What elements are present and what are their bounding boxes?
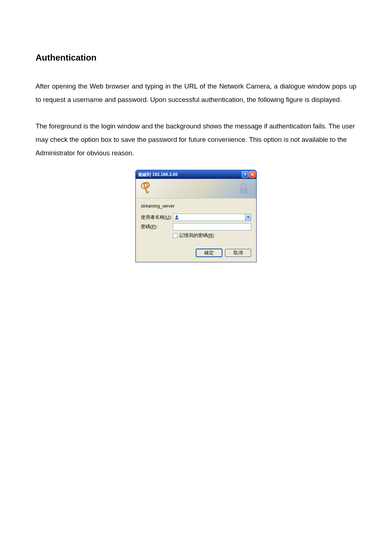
- intro-paragraph-1: After opening the Web browser and typing…: [36, 79, 356, 106]
- cancel-button[interactable]: 取消: [225, 249, 251, 257]
- remember-label-pre: 記憶我的密碼(: [179, 233, 209, 238]
- dialog-banner: [136, 179, 256, 198]
- username-input[interactable]: [173, 214, 251, 221]
- document-page: Authentication After opening the Web bro…: [0, 0, 392, 262]
- password-label-pre: 密碼(: [141, 224, 152, 229]
- keys-icon: [139, 181, 154, 196]
- remember-row: 記憶我的密碼(R): [173, 233, 251, 239]
- username-label: 使用者名稱(U):: [141, 214, 173, 221]
- auth-dialog: 連線到 192.168.3.65 ? ✕: [135, 170, 257, 262]
- dialog-form: streaming_server 使用者名稱(U):: [136, 198, 256, 262]
- username-row: 使用者名稱(U):: [141, 214, 251, 221]
- dialog-figure: 連線到 192.168.3.65 ? ✕: [36, 170, 356, 262]
- password-accel: P: [152, 224, 155, 229]
- remember-label: 記憶我的密碼(R): [179, 233, 214, 239]
- close-button[interactable]: ✕: [249, 171, 256, 178]
- dialog-buttons: 確定 取消: [141, 249, 251, 257]
- password-row: 密碼(P):: [141, 223, 251, 230]
- password-label-post: ):: [155, 224, 158, 229]
- realm-label: streaming_server: [141, 204, 251, 209]
- remember-label-post: ): [212, 233, 214, 238]
- password-input[interactable]: [173, 223, 251, 230]
- question-icon: ?: [244, 172, 246, 177]
- lock-icon: [237, 182, 250, 195]
- svg-rect-4: [240, 188, 248, 193]
- section-heading: Authentication: [36, 53, 356, 63]
- dialog-titlebar: 連線到 192.168.3.65 ? ✕: [136, 170, 256, 179]
- help-button[interactable]: ?: [242, 171, 248, 178]
- dialog-title: 連線到 192.168.3.65: [138, 172, 241, 178]
- username-label-post: ):: [169, 215, 172, 220]
- username-label-pre: 使用者名稱(: [141, 215, 166, 220]
- remember-checkbox[interactable]: [173, 233, 177, 238]
- dropdown-arrow-icon[interactable]: [245, 214, 251, 221]
- username-accel: U: [166, 215, 169, 220]
- remember-accel: R: [209, 233, 212, 238]
- intro-paragraph-2: The foreground is the login window and t…: [36, 119, 356, 160]
- user-icon: [174, 215, 179, 220]
- svg-point-5: [176, 216, 178, 218]
- ok-button[interactable]: 確定: [196, 249, 222, 257]
- password-label: 密碼(P):: [141, 224, 173, 230]
- close-icon: ✕: [250, 172, 254, 177]
